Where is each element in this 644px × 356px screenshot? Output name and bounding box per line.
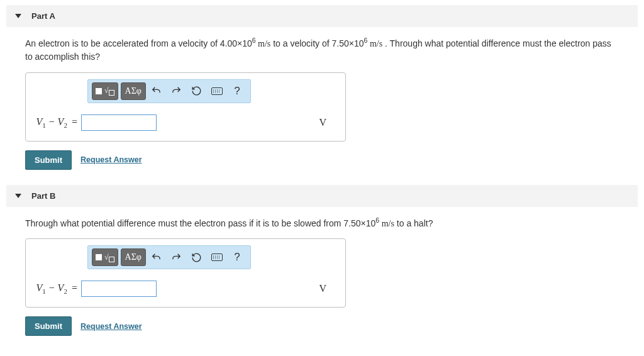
keyboard-button[interactable] bbox=[208, 82, 226, 100]
request-answer-link[interactable]: Request Answer bbox=[80, 322, 142, 331]
answer-lhs: V1 − V2 = bbox=[33, 282, 81, 295]
equation-toolbar: √ ΑΣφ ? bbox=[87, 245, 251, 269]
part-a-question: An electron is to be accelerated from a … bbox=[6, 36, 638, 72]
part-b-question: Through what potential difference must t… bbox=[6, 216, 638, 239]
reset-button[interactable] bbox=[187, 82, 206, 100]
template-picker-button[interactable]: √ bbox=[92, 82, 118, 100]
part-b-header[interactable]: Part B bbox=[6, 185, 638, 207]
caret-down-icon bbox=[15, 194, 21, 198]
part-a-title: Part A bbox=[31, 11, 55, 21]
submit-button[interactable]: Submit bbox=[25, 316, 72, 336]
part-a-answer-box: √ ΑΣφ ? V1 − V2 = V bbox=[25, 72, 346, 142]
redo-button[interactable] bbox=[167, 248, 186, 266]
greek-letters-button[interactable]: ΑΣφ bbox=[121, 248, 146, 266]
keyboard-icon bbox=[211, 253, 223, 261]
answer-unit: V bbox=[319, 283, 338, 294]
sqrt-icon: √ bbox=[104, 253, 114, 262]
box-icon bbox=[96, 254, 102, 260]
greek-letters-button[interactable]: ΑΣφ bbox=[121, 82, 146, 100]
template-picker-button[interactable]: √ bbox=[92, 248, 118, 266]
reset-button[interactable] bbox=[187, 248, 206, 266]
request-answer-link[interactable]: Request Answer bbox=[80, 155, 142, 164]
help-button[interactable]: ? bbox=[228, 248, 247, 266]
part-a-header[interactable]: Part A bbox=[6, 5, 638, 27]
part-b-title: Part B bbox=[31, 191, 55, 201]
box-icon bbox=[96, 88, 102, 94]
keyboard-button[interactable] bbox=[208, 248, 226, 266]
keyboard-icon bbox=[211, 87, 223, 95]
submit-button[interactable]: Submit bbox=[25, 150, 72, 170]
answer-unit: V bbox=[319, 117, 338, 128]
help-button[interactable]: ? bbox=[228, 82, 247, 100]
undo-button[interactable] bbox=[147, 82, 166, 100]
answer-lhs: V1 − V2 = bbox=[33, 116, 81, 129]
answer-input[interactable] bbox=[81, 281, 157, 297]
caret-down-icon bbox=[15, 14, 21, 18]
part-b-answer-box: √ ΑΣφ ? V1 − V2 = V bbox=[25, 238, 346, 308]
redo-button[interactable] bbox=[167, 82, 186, 100]
answer-input[interactable] bbox=[81, 114, 157, 131]
sqrt-icon: √ bbox=[104, 86, 114, 96]
undo-button[interactable] bbox=[147, 248, 166, 266]
equation-toolbar: √ ΑΣφ ? bbox=[87, 79, 251, 103]
